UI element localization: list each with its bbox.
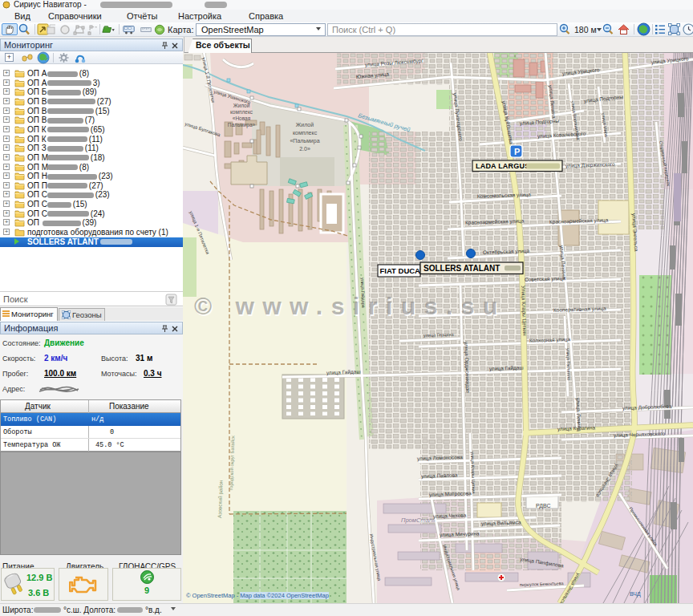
svg-text:комплекс: комплекс xyxy=(230,109,253,115)
svg-text:«Новая: «Новая xyxy=(233,116,251,121)
svg-text:2.0»: 2.0» xyxy=(299,146,310,152)
svg-text:РДВС: РДВС xyxy=(536,503,550,509)
svg-text:Жилой: Жилой xyxy=(296,122,314,128)
svg-text:P: P xyxy=(514,147,520,156)
svg-text:ПромСталь: ПромСталь xyxy=(401,517,436,524)
svg-text:LADA LARGUS: LADA LARGUS xyxy=(476,162,529,170)
svg-text:Жилой: Жилой xyxy=(233,103,250,108)
svg-text:FIAT DUCAT: FIAT DUCAT xyxy=(380,266,425,275)
svg-text:SOLLERS ATALANT: SOLLERS ATALANT xyxy=(424,264,500,273)
svg-text:ВЧД: ВЧД xyxy=(630,591,641,598)
svg-text:«Пальмира: «Пальмира xyxy=(290,138,319,144)
svg-text:комплекс: комплекс xyxy=(293,130,318,136)
svg-text:Пальмира»: Пальмира» xyxy=(228,122,256,128)
